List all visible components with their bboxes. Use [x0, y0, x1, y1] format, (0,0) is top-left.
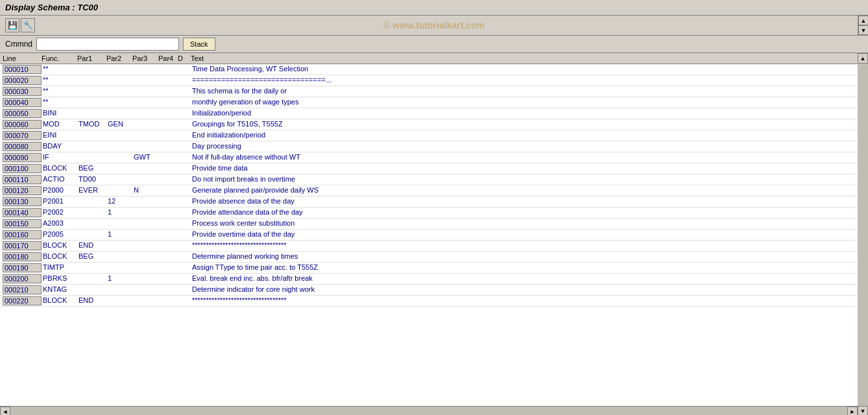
header-par3: Par3: [132, 54, 158, 62]
cell-d: [179, 153, 192, 162]
cell-par1: [78, 263, 108, 272]
cell-func: P2002: [43, 208, 78, 217]
table-row[interactable]: 000190 TIMTP Assign TType to time pair a…: [0, 263, 868, 274]
cell-text: Provide overtime data of the day: [192, 230, 865, 239]
header-par4: Par4: [158, 54, 178, 62]
header-par1: Par1: [77, 54, 106, 62]
cell-par2: [108, 219, 134, 228]
cell-text: Provide time data: [192, 164, 865, 173]
cell-par3: [134, 208, 160, 217]
table-row[interactable]: 000130 P2001 12 Provide absence data of …: [0, 196, 868, 208]
cell-line: 000150: [3, 219, 42, 228]
cell-par3: [134, 263, 160, 272]
cell-par2: GEN: [108, 120, 134, 129]
cell-par1: EVER: [78, 186, 108, 195]
cell-func: ACTIO: [43, 175, 78, 184]
cell-par2: [108, 186, 134, 195]
scroll-down-main[interactable]: ▼: [858, 406, 868, 415]
header-par2: Par2: [106, 54, 132, 62]
cell-par3: [134, 120, 160, 129]
cell-line: 000090: [3, 153, 42, 162]
cell-text: monthly generation of wage types: [192, 98, 865, 107]
scroll-right-btn[interactable]: ►: [847, 407, 858, 415]
cell-par4: [160, 296, 179, 305]
cell-d: [179, 109, 192, 118]
table-row[interactable]: 000060 MOD TMOD GEN Groupings for T510S,…: [0, 119, 868, 130]
table-row[interactable]: 000050 BINI Initialization/period: [0, 108, 868, 119]
cell-par4: [160, 241, 179, 250]
cell-par3: [134, 76, 160, 85]
header-d: D: [178, 54, 191, 62]
scroll-up-btn[interactable]: ▲: [858, 16, 868, 25]
table-row[interactable]: 000070 EINI End initialization/period: [0, 130, 868, 141]
cell-par4: [160, 274, 179, 283]
title-bar: Display Schema : TC00: [0, 0, 868, 16]
cell-par1: TMOD: [78, 120, 108, 129]
watermark: © www.tutorialkart.com: [383, 20, 485, 30]
cell-line: 000190: [3, 263, 42, 272]
cell-func: P2000: [43, 186, 78, 195]
cell-func: IF: [43, 153, 78, 162]
cell-d: [179, 296, 192, 305]
table-row[interactable]: 000150 A2003 Process work center substit…: [0, 219, 868, 230]
table-row[interactable]: 000080 BDAY Day processing: [0, 141, 868, 152]
cell-par2: [108, 76, 134, 85]
cell-par1: BEG: [78, 164, 108, 173]
table-row[interactable]: 000220 BLOCK END ***********************…: [0, 296, 868, 307]
cell-d: [179, 241, 192, 250]
table-row[interactable]: 000160 P2005 1 Provide overtime data of …: [0, 230, 868, 241]
cell-text: Eval. break end inc. abs. bfr/aftr break: [192, 274, 865, 283]
scroll-up-main[interactable]: ▲: [858, 53, 868, 64]
cell-par3: [134, 65, 160, 74]
cell-par2: [108, 153, 134, 162]
cell-text: Provide absence data of the day: [192, 197, 865, 206]
table-row[interactable]: 000140 P2002 1 Provide attendance data o…: [0, 208, 868, 219]
table-row[interactable]: 000210 KNTAG Determine indicator for cor…: [0, 285, 868, 296]
cell-par3: [134, 87, 160, 96]
cell-d: [179, 274, 192, 283]
cell-par4: [160, 153, 179, 162]
cell-func: P2005: [43, 230, 78, 239]
cell-line: 000010: [3, 65, 42, 74]
table-row[interactable]: 000180 BLOCK BEG Determine planned worki…: [0, 252, 868, 263]
table-row[interactable]: 000010 ** Time Data Processing, WT Selec…: [0, 64, 868, 75]
scroll-down-btn[interactable]: ▼: [858, 25, 868, 35]
table-row[interactable]: 000090 IF GWT Not if full-day absence wi…: [0, 152, 868, 163]
cell-par4: [160, 208, 179, 217]
table-row[interactable]: 000030 ** This schema is for the daily o…: [0, 86, 868, 97]
cell-func: BLOCK: [43, 296, 78, 305]
scroll-left-btn[interactable]: ◄: [0, 407, 10, 415]
properties-icon[interactable]: 🔧: [21, 18, 35, 32]
stack-button[interactable]: Stack: [183, 38, 215, 51]
cell-d: [179, 252, 192, 261]
table-row[interactable]: 000100 BLOCK BEG Provide time data: [0, 163, 868, 174]
table-row[interactable]: 000120 P2000 EVER N Generate planned pai…: [0, 185, 868, 196]
cell-line: 000220: [3, 296, 42, 305]
cell-par4: [160, 219, 179, 228]
cell-line: 000050: [3, 109, 42, 118]
cell-par3: N: [134, 186, 160, 195]
cell-par4: [160, 131, 179, 140]
cell-d: [179, 131, 192, 140]
cell-par3: [134, 142, 160, 151]
cell-text: Do not import breaks in overtime: [192, 175, 865, 184]
cell-text: **********************************: [192, 296, 865, 305]
cell-line: 000180: [3, 252, 42, 261]
cell-par3: [134, 164, 160, 173]
cell-line: 000080: [3, 142, 42, 151]
table-row[interactable]: 000200 PBRKS 1 Eval. break end inc. abs.…: [0, 274, 868, 285]
table-row[interactable]: 000020 ** ==============================…: [0, 75, 868, 86]
cell-d: [179, 164, 192, 173]
cell-par1: [78, 274, 108, 283]
cell-text: Initialization/period: [192, 109, 865, 118]
cell-par4: [160, 252, 179, 261]
cell-line: 000160: [3, 230, 42, 239]
table-row[interactable]: 000170 BLOCK END ***********************…: [0, 241, 868, 252]
save-icon[interactable]: 💾: [5, 18, 19, 32]
header-line: Line: [3, 54, 42, 62]
main-content: Line Func. Par1 Par2 Par3 Par4 D Text 00…: [0, 53, 868, 415]
cell-d: [179, 120, 192, 129]
command-input[interactable]: [36, 38, 179, 51]
table-row[interactable]: 000040 ** monthly generation of wage typ…: [0, 97, 868, 108]
table-row[interactable]: 000110 ACTIO TD00 Do not import breaks i…: [0, 174, 868, 185]
